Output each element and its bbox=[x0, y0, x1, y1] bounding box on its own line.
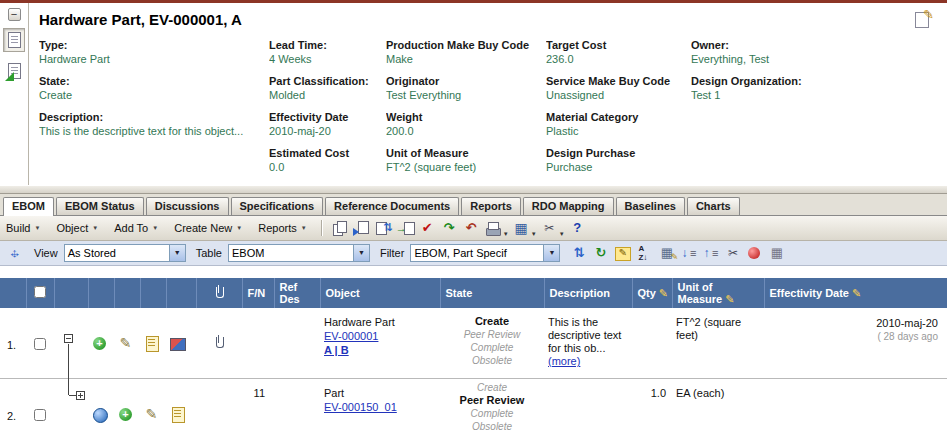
mass-edit-icon[interactable] bbox=[613, 245, 632, 262]
collapse-level-icon[interactable] bbox=[701, 245, 720, 262]
select-all-checkbox[interactable] bbox=[34, 286, 46, 298]
refresh-icon[interactable] bbox=[591, 245, 610, 262]
ebom-table: F/N Ref Des Object State Description Qty… bbox=[0, 278, 947, 437]
description-cell: This is the descriptive text for this ob… bbox=[544, 308, 632, 379]
menu-build[interactable]: Build bbox=[6, 222, 40, 234]
tools-menu-icon[interactable] bbox=[540, 220, 559, 237]
menu-add-to[interactable]: Add To bbox=[114, 222, 158, 234]
menu-create-new[interactable]: Create New bbox=[174, 222, 242, 234]
tab-specifications[interactable]: Specifications bbox=[231, 197, 324, 215]
globe-icon[interactable] bbox=[90, 406, 109, 423]
header-action-col bbox=[166, 278, 196, 308]
field-label: Material Category bbox=[546, 111, 683, 124]
header-select-all[interactable] bbox=[26, 278, 54, 308]
field-label: Estimated Cost bbox=[269, 147, 378, 160]
state-item: Obsolete bbox=[444, 354, 540, 367]
object-revisions-link[interactable]: A | B bbox=[324, 344, 349, 356]
header-refdes[interactable]: Ref Des bbox=[274, 278, 320, 308]
help-icon[interactable] bbox=[568, 220, 587, 237]
add-icon[interactable] bbox=[116, 406, 135, 423]
tab-reports[interactable]: Reports bbox=[461, 197, 521, 215]
tab-rdo-mapping[interactable]: RDO Mapping bbox=[523, 197, 614, 215]
field-value: 200.0 bbox=[386, 124, 538, 138]
paperclip-icon[interactable] bbox=[210, 334, 229, 351]
field-value: Plastic bbox=[546, 124, 683, 138]
collapse-panel-button[interactable] bbox=[8, 8, 21, 21]
tab-ebom[interactable]: EBOM bbox=[3, 197, 54, 216]
more-link[interactable]: (more) bbox=[548, 355, 580, 367]
object-name-link[interactable]: EV-000150_01 bbox=[324, 401, 397, 413]
field-label: Owner: bbox=[691, 39, 929, 52]
tab-ebom-status[interactable]: EBOM Status bbox=[56, 197, 144, 215]
state-item: Peer Review bbox=[444, 328, 540, 341]
attribute-field: Service Make Buy CodeUnassigned bbox=[546, 75, 691, 102]
edit-columns-icon[interactable] bbox=[657, 245, 676, 262]
refdes-cell bbox=[274, 379, 320, 437]
sort-az-icon[interactable] bbox=[635, 245, 654, 262]
details-page-slot[interactable] bbox=[3, 28, 25, 52]
favorites-slot[interactable] bbox=[3, 59, 25, 83]
header-state[interactable]: State bbox=[440, 278, 544, 308]
menu-reports[interactable]: Reports bbox=[258, 222, 306, 234]
header-uom[interactable]: Unit of Measure bbox=[672, 278, 764, 308]
demote-icon[interactable] bbox=[462, 220, 481, 237]
attribute-field: Part Classification:Molded bbox=[269, 75, 386, 102]
image-icon[interactable] bbox=[168, 335, 187, 352]
collapse-node-icon[interactable] bbox=[64, 334, 73, 343]
effectivity-date: 2010-maj-20 bbox=[768, 316, 938, 330]
tab-discussions[interactable]: Discussions bbox=[146, 197, 229, 215]
edit-details-icon[interactable] bbox=[913, 10, 933, 28]
clipboard-icon[interactable] bbox=[142, 335, 161, 352]
row-checkbox[interactable] bbox=[34, 409, 46, 421]
effectivity-ago: ( 28 days ago bbox=[768, 330, 938, 344]
sync-icon[interactable] bbox=[374, 220, 393, 237]
header-fn[interactable]: F/N bbox=[242, 278, 274, 308]
table-header-row: F/N Ref Des Object State Description Qty… bbox=[0, 278, 947, 308]
header-object[interactable]: Object bbox=[320, 278, 440, 308]
print-menu-icon[interactable] bbox=[484, 220, 503, 237]
row-checkbox[interactable] bbox=[34, 338, 46, 350]
tab-reference-documents[interactable]: Reference Documents bbox=[325, 197, 459, 215]
attribute-field: OriginatorTest Everything bbox=[386, 75, 546, 102]
expand-node-icon[interactable] bbox=[76, 391, 85, 400]
field-label: Target Cost bbox=[546, 39, 683, 52]
panel-splitter[interactable] bbox=[0, 185, 947, 194]
promote-icon[interactable] bbox=[440, 220, 459, 237]
view-select[interactable]: As Stored bbox=[64, 244, 186, 262]
header-qty[interactable]: Qty bbox=[632, 278, 672, 308]
edit-column-icon[interactable] bbox=[849, 287, 861, 299]
cut-icon[interactable] bbox=[723, 245, 742, 262]
field-label: Design Purchase bbox=[546, 147, 683, 160]
sort-filter-icon[interactable] bbox=[569, 245, 588, 262]
tab-charts[interactable]: Charts bbox=[687, 197, 740, 215]
clipboard-icon[interactable] bbox=[168, 406, 187, 423]
header-effectivity[interactable]: Effectivity Date bbox=[764, 278, 947, 308]
approve-icon[interactable] bbox=[418, 220, 437, 237]
menu-object[interactable]: Object bbox=[56, 222, 98, 234]
stop-icon[interactable] bbox=[745, 245, 764, 262]
edit-column-icon[interactable] bbox=[656, 287, 668, 299]
header-attachments[interactable] bbox=[196, 278, 242, 308]
state-current: Create bbox=[444, 315, 540, 328]
add-icon[interactable] bbox=[90, 335, 109, 352]
header-description[interactable]: Description bbox=[544, 278, 632, 308]
view-select-value: As Stored bbox=[65, 245, 169, 261]
copy-icon[interactable] bbox=[330, 220, 349, 237]
views-menu-icon[interactable] bbox=[512, 220, 531, 237]
edit-column-icon[interactable] bbox=[722, 293, 734, 305]
paste-icon[interactable] bbox=[352, 220, 371, 237]
grid-view-icon[interactable] bbox=[767, 245, 786, 262]
fit-icon[interactable] bbox=[5, 245, 24, 262]
field-label: Description: bbox=[39, 111, 261, 124]
filter-select[interactable]: EBOM, Part Specif bbox=[410, 244, 560, 262]
header-tree bbox=[54, 278, 88, 308]
edit-icon[interactable] bbox=[142, 406, 161, 423]
expand-level-icon[interactable] bbox=[679, 245, 698, 262]
field-value: Everything, Test bbox=[691, 52, 929, 66]
chevron-down-icon bbox=[30, 222, 40, 234]
table-select[interactable]: EBOM bbox=[228, 244, 370, 262]
object-name-link[interactable]: EV-000001 bbox=[324, 330, 378, 342]
tab-baselines[interactable]: Baselines bbox=[616, 197, 685, 215]
import-icon[interactable] bbox=[396, 220, 415, 237]
edit-icon[interactable] bbox=[116, 335, 135, 352]
